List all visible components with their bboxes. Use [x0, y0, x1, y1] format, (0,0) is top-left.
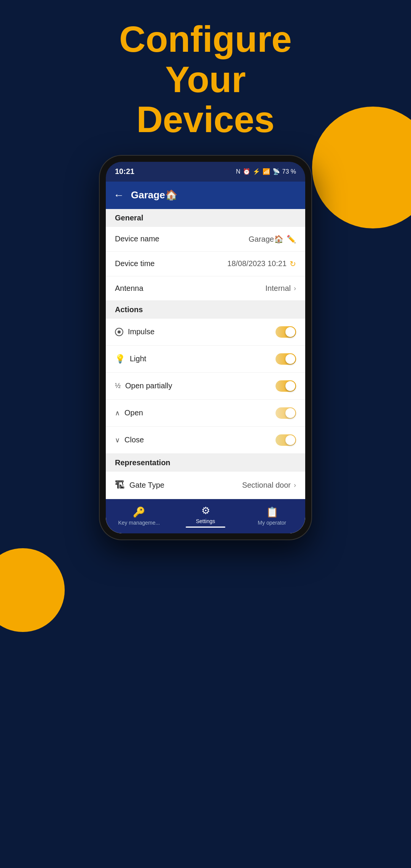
- bottom-nav: 🔑 Key manageme... ⚙ Settings 📋 My operat…: [106, 499, 305, 533]
- app-bar: ← Garage🏠: [106, 182, 305, 209]
- nav-key-management-label: Key manageme...: [118, 520, 160, 526]
- open-text: Open: [124, 408, 143, 417]
- bg-circle-left: [0, 548, 65, 632]
- gate-type-text: Gate Type: [129, 481, 164, 490]
- close-toggle-knob: [285, 435, 295, 445]
- close-label: ∨ Close: [115, 436, 144, 444]
- light-toggle-knob: [285, 354, 295, 364]
- my-operator-icon: 📋: [266, 506, 278, 518]
- alarm-icon: ⏰: [243, 168, 250, 175]
- antenna-row[interactable]: Antenna Internal ›: [106, 276, 305, 301]
- nav-active-indicator: [186, 527, 226, 528]
- gate-type-value-text: Sectional door: [242, 481, 291, 490]
- device-name-label: Device name: [115, 235, 159, 243]
- gate-type-chevron-icon: ›: [294, 481, 296, 489]
- close-toggle[interactable]: [276, 434, 296, 446]
- gate-type-value: Sectional door ›: [242, 481, 296, 490]
- impulse-label: Impulse: [115, 327, 155, 336]
- antenna-value: Internal ›: [265, 284, 296, 293]
- status-bar: 10:21 N ⏰ ⚡ 📶 📡 73 %: [106, 162, 305, 182]
- close-text: Close: [124, 436, 144, 444]
- nav-key-management[interactable]: 🔑 Key manageme...: [106, 506, 172, 526]
- open-partially-toggle[interactable]: [276, 380, 296, 392]
- device-time-text: 18/08/2023 10:21: [227, 259, 287, 268]
- settings-icon: ⚙: [201, 505, 210, 517]
- fraction-icon: ½: [115, 382, 121, 390]
- open-icon: ∧: [115, 409, 120, 417]
- app-bar-title: Garage🏠: [131, 189, 177, 201]
- open-toggle[interactable]: [276, 407, 296, 419]
- open-partially-toggle-knob: [285, 381, 295, 391]
- key-management-icon: 🔑: [133, 506, 145, 518]
- device-name-row: Device name Garage🏠 ✏️: [106, 227, 305, 252]
- gate-icon: 🏗: [115, 479, 125, 491]
- status-time: 10:21: [115, 167, 134, 176]
- screen-content: General Device name Garage🏠 ✏️ Device ti…: [106, 209, 305, 533]
- light-row: 💡 Light: [106, 346, 305, 373]
- light-toggle[interactable]: [276, 353, 296, 365]
- nfc-icon: N: [236, 168, 241, 175]
- open-partially-label: ½ Open partially: [115, 381, 172, 390]
- nav-my-operator[interactable]: 📋 My operator: [239, 506, 305, 526]
- nav-settings-label: Settings: [196, 518, 215, 524]
- open-toggle-knob: [285, 408, 295, 418]
- refresh-time-icon[interactable]: ↻: [290, 259, 296, 268]
- device-time-value: 18/08/2023 10:21 ↻: [227, 259, 296, 268]
- antenna-label: Antenna: [115, 284, 143, 293]
- device-name-value: Garage🏠 ✏️: [249, 235, 296, 244]
- antenna-chevron-icon: ›: [294, 284, 296, 292]
- battery-text: 73 %: [282, 168, 296, 175]
- light-icon: 💡: [115, 354, 125, 364]
- open-label: ∧ Open: [115, 408, 143, 417]
- nav-settings[interactable]: ⚙ Settings: [172, 505, 239, 528]
- open-partially-text: Open partially: [125, 381, 172, 390]
- device-time-label: Device time: [115, 259, 155, 268]
- hero-title: Configure Your Devices: [96, 19, 314, 140]
- phone-outer: 10:21 N ⏰ ⚡ 📶 📡 73 % ← Garage🏠 General D…: [99, 155, 312, 540]
- device-time-row: Device time 18/08/2023 10:21 ↻: [106, 252, 305, 276]
- edit-device-name-icon[interactable]: ✏️: [287, 235, 296, 244]
- impulse-toggle-knob: [285, 327, 295, 337]
- close-chevron-icon: ∨: [115, 436, 120, 444]
- close-row: ∨ Close: [106, 427, 305, 454]
- wifi-icon: 📶: [263, 168, 270, 175]
- impulse-icon: [115, 328, 123, 336]
- signal-icon: 📡: [272, 168, 280, 175]
- light-label: 💡 Light: [115, 354, 146, 364]
- section-representation: Representation: [106, 454, 305, 472]
- gate-type-label: 🏗 Gate Type: [115, 479, 164, 491]
- nav-my-operator-label: My operator: [258, 520, 286, 526]
- impulse-text: Impulse: [128, 327, 155, 336]
- back-button[interactable]: ←: [113, 189, 124, 201]
- phone-mockup: 10:21 N ⏰ ⚡ 📶 📡 73 % ← Garage🏠 General D…: [99, 155, 312, 574]
- light-text: Light: [130, 354, 146, 363]
- gate-type-row[interactable]: 🏗 Gate Type Sectional door ›: [106, 472, 305, 499]
- device-name-text: Garage🏠: [249, 235, 284, 244]
- status-icons: N ⏰ ⚡ 📶 📡 73 %: [236, 168, 296, 175]
- bluetooth-icon: ⚡: [253, 168, 260, 175]
- impulse-toggle[interactable]: [276, 326, 296, 338]
- antenna-text: Internal: [265, 284, 291, 293]
- open-row: ∧ Open: [106, 400, 305, 427]
- bg-circle-right: [312, 107, 411, 228]
- impulse-row: Impulse: [106, 319, 305, 346]
- section-general: General: [106, 209, 305, 227]
- open-partially-row: ½ Open partially: [106, 373, 305, 400]
- section-actions: Actions: [106, 301, 305, 319]
